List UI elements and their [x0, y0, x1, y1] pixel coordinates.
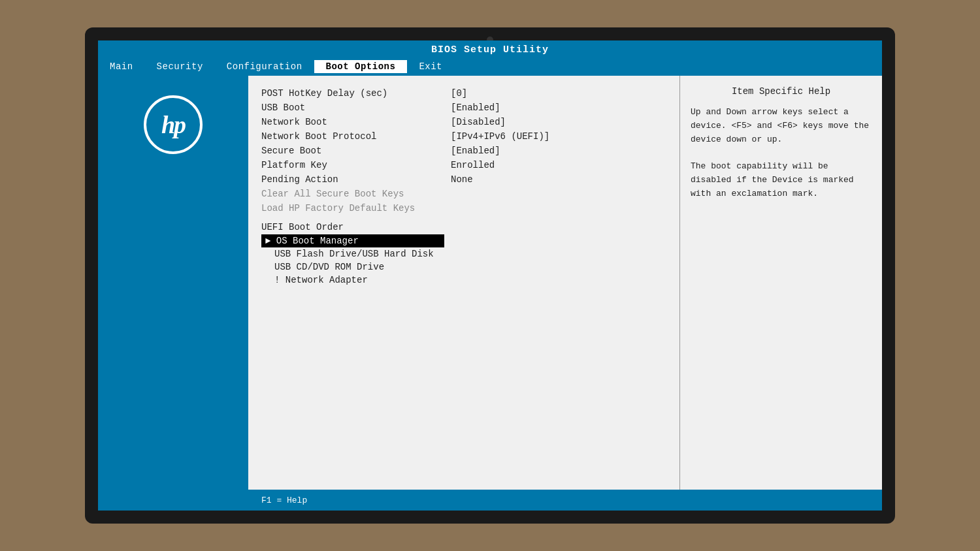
- setting-row-secure-boot: Secure Boot [Enabled]: [261, 144, 666, 158]
- boot-item-os-boot-manager[interactable]: ► OS Boot Manager: [261, 234, 666, 247]
- uefi-boot-order-header: UEFI Boot Order: [261, 215, 666, 234]
- menu-item-exit[interactable]: Exit: [407, 60, 454, 73]
- boot-item-os-label: ► OS Boot Manager: [265, 236, 359, 246]
- setting-name-post-hotkey: POST HotKey Delay (sec): [261, 88, 451, 99]
- help-col: Item Specific Help Up and Down arrow key…: [679, 76, 882, 490]
- setting-value-usb-boot[interactable]: [Enabled]: [451, 102, 500, 113]
- menu-bar: Main Security Configuration Boot Options…: [98, 58, 882, 76]
- setting-row-clear-keys[interactable]: Clear All Secure Boot Keys: [261, 187, 666, 201]
- bottom-bar: F1 = Help: [248, 490, 882, 511]
- setting-row-network-protocol: Network Boot Protocol [IPv4+IPv6 (UEFI)]: [261, 129, 666, 144]
- help-shortcut: F1 = Help: [261, 496, 307, 505]
- setting-row-network-boot: Network Boot [Disabled]: [261, 115, 666, 129]
- setting-row-platform-key: Platform Key Enrolled: [261, 158, 666, 172]
- setting-value-platform-key: Enrolled: [451, 160, 495, 170]
- menu-item-boot-options[interactable]: Boot Options: [314, 60, 408, 73]
- setting-row-load-default[interactable]: Load HP Factory Default Keys: [261, 201, 666, 215]
- boot-item-usb-dvd[interactable]: USB CD/DVD ROM Drive: [261, 260, 666, 274]
- menu-item-security[interactable]: Security: [145, 60, 215, 73]
- title-bar: BIOS Setup Utility: [98, 40, 882, 58]
- screen: BIOS Setup Utility Main Security Configu…: [98, 40, 882, 511]
- setting-name-pending-action: Pending Action: [261, 174, 451, 185]
- setting-name-platform-key: Platform Key: [261, 160, 451, 170]
- setting-name-network-protocol: Network Boot Protocol: [261, 131, 451, 142]
- bios-title: BIOS Setup Utility: [431, 44, 549, 55]
- setting-value-secure-boot[interactable]: [Enabled]: [451, 146, 500, 156]
- setting-value-pending-action: None: [451, 174, 473, 185]
- help-title: Item Specific Help: [691, 86, 872, 97]
- sidebar: hp: [98, 76, 248, 511]
- help-text: Up and Down arrow keys select a device. …: [691, 106, 872, 201]
- menu-item-configuration[interactable]: Configuration: [215, 60, 314, 73]
- setting-row-usb-boot: USB Boot [Enabled]: [261, 101, 666, 115]
- menu-item-main[interactable]: Main: [98, 60, 145, 73]
- setting-name-usb-boot: USB Boot: [261, 102, 451, 113]
- setting-row-pending-action: Pending Action None: [261, 172, 666, 187]
- setting-name-load-default: Load HP Factory Default Keys: [261, 203, 451, 213]
- setting-name-network-boot: Network Boot: [261, 117, 451, 127]
- setting-value-network-protocol[interactable]: [IPv4+IPv6 (UEFI)]: [451, 131, 549, 142]
- bios-panel: POST HotKey Delay (sec) [0] USB Boot [En…: [248, 76, 882, 511]
- boot-order-list: ► OS Boot Manager USB Flash Drive/USB Ha…: [261, 234, 666, 287]
- setting-row-post-hotkey: POST HotKey Delay (sec) [0]: [261, 86, 666, 101]
- setting-name-secure-boot: Secure Boot: [261, 146, 451, 156]
- setting-name-clear-keys: Clear All Secure Boot Keys: [261, 189, 451, 199]
- setting-value-network-boot[interactable]: [Disabled]: [451, 117, 506, 127]
- setting-value-post-hotkey[interactable]: [0]: [451, 88, 467, 99]
- boot-item-usb-flash[interactable]: USB Flash Drive/USB Hard Disk: [261, 247, 666, 260]
- settings-col: POST HotKey Delay (sec) [0] USB Boot [En…: [248, 76, 679, 490]
- laptop-bezel: BIOS Setup Utility Main Security Configu…: [85, 27, 895, 524]
- boot-item-network-adapter[interactable]: ! Network Adapter: [261, 274, 666, 287]
- hp-logo: hp: [144, 95, 203, 154]
- bios-content: POST HotKey Delay (sec) [0] USB Boot [En…: [248, 76, 882, 490]
- content-area: hp POST HotKey Delay (sec) [0] USB Boot: [98, 76, 882, 511]
